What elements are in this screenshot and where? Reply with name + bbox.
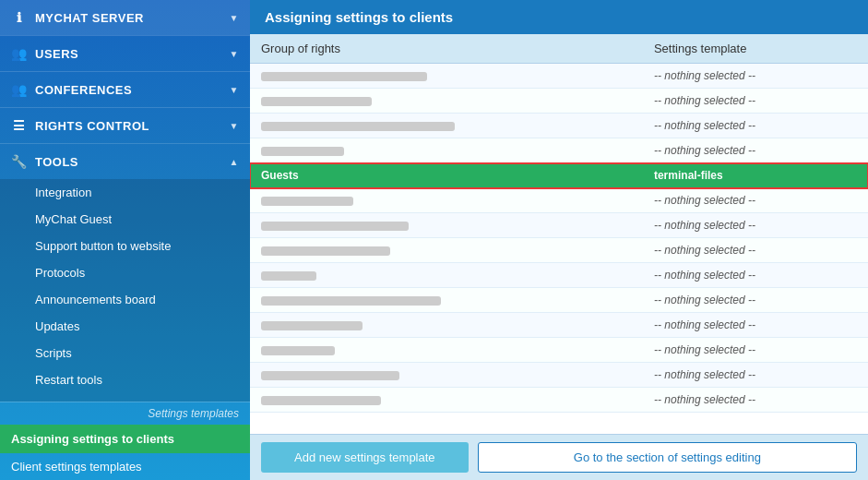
table-row[interactable]: -- nothing selected -- (250, 138, 868, 163)
conferences-icon: 👥 (11, 81, 28, 98)
blurred-group-name (261, 246, 390, 256)
table-row[interactable]: -- nothing selected -- (250, 89, 868, 114)
group-rights-cell (250, 213, 643, 238)
group-rights-cell (250, 388, 643, 413)
sidebar-item-rights-control[interactable]: ☰ RIGHTS CONTROL ▼ (0, 108, 250, 143)
sidebar-subitem-server-moving[interactable]: Server moving (0, 393, 250, 402)
sidebar-subitem-protocols[interactable]: Protocols (0, 259, 250, 286)
table-row[interactable]: -- nothing selected -- (250, 363, 868, 388)
col-group-rights: Group of rights (250, 34, 643, 64)
server-icon: ℹ (11, 9, 28, 26)
blurred-group-name (261, 97, 372, 106)
add-settings-template-button[interactable]: Add new settings template (261, 442, 469, 473)
sidebar-subitem-mychat-guest[interactable]: MyChat Guest (0, 206, 250, 233)
group-rights-cell (250, 138, 643, 163)
group-rights-cell (250, 288, 643, 313)
settings-template-cell: -- nothing selected -- (643, 213, 868, 238)
settings-template-cell: -- nothing selected -- (643, 363, 868, 388)
chevron-mychat: ▼ (230, 13, 239, 23)
blurred-group-name (261, 271, 316, 281)
table-row[interactable]: -- nothing selected -- (250, 238, 868, 263)
group-rights-cell (250, 263, 643, 288)
sidebar: ℹ MYCHAT SERVER ▼ 👥 USERS ▼ 👥 CONFER (0, 0, 250, 480)
settings-template-cell: -- nothing selected -- (643, 89, 868, 114)
group-rights-cell (250, 338, 643, 363)
blurred-group-name (261, 147, 344, 156)
sidebar-item-client-settings[interactable]: Client settings templates (0, 453, 250, 480)
blurred-group-name (261, 396, 381, 405)
sidebar-item-conferences[interactable]: 👥 CONFERENCES ▼ (0, 72, 250, 107)
table-row[interactable]: -- nothing selected -- (250, 263, 868, 288)
sidebar-subitem-announcements[interactable]: Announcements board (0, 286, 250, 313)
table-row[interactable]: -- nothing selected -- (250, 288, 868, 313)
sidebar-section-rights: ☰ RIGHTS CONTROL ▼ (0, 108, 250, 144)
tools-subitems: Integration MyChat Guest Support button … (0, 179, 250, 402)
sidebar-top: ℹ MYCHAT SERVER ▼ 👥 USERS ▼ 👥 CONFER (0, 0, 250, 402)
bottom-bar: Add new settings template Go to the sect… (250, 434, 868, 480)
table-row[interactable]: -- nothing selected -- (250, 64, 868, 89)
group-rights-cell (250, 363, 643, 388)
sidebar-item-tools[interactable]: 🔧 TOOLS ▲ (0, 144, 250, 179)
settings-template-cell: -- nothing selected -- (643, 338, 868, 363)
chevron-conferences: ▼ (230, 85, 239, 95)
sidebar-bottom: Settings templates Assigning settings to… (0, 402, 250, 480)
group-rights-cell (250, 188, 643, 213)
settings-template-cell: -- nothing selected -- (643, 288, 868, 313)
blurred-group-name (261, 222, 409, 231)
group-rights-cell (250, 313, 643, 338)
table-row[interactable]: -- nothing selected -- (250, 313, 868, 338)
settings-templates-label: Settings templates (0, 402, 250, 425)
blurred-group-name (261, 72, 427, 81)
blurred-group-name (261, 371, 399, 380)
blurred-group-name (261, 321, 363, 330)
table-row[interactable]: -- nothing selected -- (250, 338, 868, 363)
sidebar-subitem-support-button[interactable]: Support button to website (0, 233, 250, 259)
sidebar-section-tools: 🔧 TOOLS ▲ Integration MyChat Guest Suppo… (0, 144, 250, 402)
sidebar-label-rights: RIGHTS CONTROL (35, 119, 149, 133)
group-rights-cell (250, 89, 643, 114)
settings-template-cell: -- nothing selected -- (643, 114, 868, 138)
group-rights-cell (250, 64, 643, 89)
sidebar-section-conferences: 👥 CONFERENCES ▼ (0, 72, 250, 108)
sidebar-label-users: USERS (35, 47, 78, 61)
users-icon: 👥 (11, 45, 28, 62)
table-row[interactable]: Gueststerminal-files (250, 163, 868, 188)
settings-template-cell: -- nothing selected -- (643, 313, 868, 338)
sidebar-subitem-scripts[interactable]: Scripts (0, 340, 250, 366)
goto-settings-editing-button[interactable]: Go to the section of settings editing (478, 442, 857, 473)
sidebar-item-users[interactable]: 👥 USERS ▼ (0, 36, 250, 71)
sidebar-subitem-updates[interactable]: Updates (0, 313, 250, 340)
table-row[interactable]: -- nothing selected -- (250, 213, 868, 238)
settings-template-cell: -- nothing selected -- (643, 263, 868, 288)
settings-template-cell: -- nothing selected -- (643, 138, 868, 163)
main-content: Assigning settings to clients Group of r… (250, 0, 868, 480)
table-row[interactable]: -- nothing selected -- (250, 388, 868, 413)
assignments-table: Group of rights Settings template -- not… (250, 34, 868, 413)
sidebar-label-conferences: CONFERENCES (35, 83, 132, 97)
table-row[interactable]: -- nothing selected -- (250, 114, 868, 138)
settings-template-cell: -- nothing selected -- (643, 64, 868, 89)
blurred-group-name (261, 296, 441, 306)
tools-icon: 🔧 (11, 153, 28, 170)
blurred-group-name (261, 346, 335, 355)
col-settings-template: Settings template (643, 34, 868, 64)
sidebar-item-mychat-server[interactable]: ℹ MYCHAT SERVER ▼ (0, 0, 250, 35)
sidebar-label-tools: TOOLS (35, 155, 78, 169)
group-rights-cell (250, 238, 643, 263)
settings-template-cell: -- nothing selected -- (643, 238, 868, 263)
sidebar-subitem-restart[interactable]: Restart tools (0, 366, 250, 393)
settings-template-cell: terminal-files (643, 163, 868, 188)
blurred-group-name (261, 197, 353, 206)
settings-template-cell: -- nothing selected -- (643, 188, 868, 213)
chevron-users: ▼ (230, 49, 239, 59)
sidebar-active-assigning[interactable]: Assigning settings to clients (0, 425, 250, 453)
table-container[interactable]: Group of rights Settings template -- not… (250, 34, 868, 434)
chevron-rights: ▼ (230, 121, 239, 131)
sidebar-subitem-integration[interactable]: Integration (0, 179, 250, 206)
group-rights-cell: Guests (250, 163, 643, 188)
table-header: Group of rights Settings template (250, 34, 868, 64)
sidebar-label-mychat: MYCHAT SERVER (35, 11, 144, 25)
sidebar-section-mychat: ℹ MYCHAT SERVER ▼ (0, 0, 250, 36)
blurred-group-name (261, 122, 455, 131)
table-row[interactable]: -- nothing selected -- (250, 188, 868, 213)
